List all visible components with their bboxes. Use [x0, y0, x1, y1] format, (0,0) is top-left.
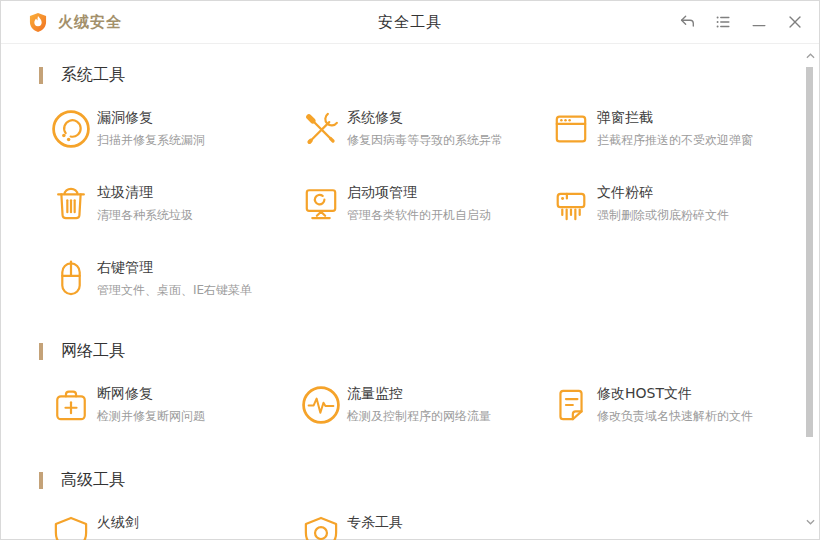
tool-startup-manager[interactable]: 启动项管理 管理各类软件的开机自启动 [299, 182, 549, 226]
tool-file-shredder[interactable]: 文件粉碎 强制删除或彻底粉碎文件 [549, 182, 799, 226]
tool-subtitle: 管理各类软件的开机自启动 [347, 207, 491, 223]
back-button[interactable] [677, 12, 697, 32]
section-title-bar [39, 472, 43, 489]
close-button[interactable] [785, 12, 805, 32]
tool-title: 修改HOST文件 [597, 384, 753, 402]
startup-manager-icon [299, 182, 343, 226]
network-repair-icon [49, 383, 93, 427]
tool-network-repair[interactable]: 断网修复 检测并修复断网问题 [49, 383, 299, 427]
section-title-bar [39, 67, 43, 84]
tool-popup-block[interactable]: 弹窗拦截 拦截程序推送的不受欢迎弹窗 [549, 107, 799, 151]
tool-subtitle: 修改负责域名快速解析的文件 [597, 408, 753, 424]
section-title-text: 网络工具 [61, 341, 125, 362]
scroll-up-button[interactable] [802, 48, 818, 64]
app-name: 火绒安全 [58, 13, 122, 32]
window-controls [661, 1, 805, 43]
tool-subtitle: 修复因病毒等导致的系统异常 [347, 132, 503, 148]
tool-vulnerability-fix[interactable]: 漏洞修复 扫描并修复系统漏洞 [49, 107, 299, 151]
tool-killer-tools[interactable]: 专杀工具 [299, 512, 549, 540]
tool-title: 漏洞修复 [97, 108, 205, 126]
section-title-text: 高级工具 [61, 470, 125, 491]
menu-list-icon [714, 13, 732, 31]
chevron-up-icon [806, 53, 815, 59]
close-icon [786, 13, 804, 31]
tool-title: 启动项管理 [347, 183, 491, 201]
tool-system-repair[interactable]: 系统修复 修复因病毒等导致的系统异常 [299, 107, 549, 151]
vulnerability-fix-icon [49, 107, 93, 151]
scrollbar-thumb[interactable] [806, 67, 813, 437]
tool-title: 弹窗拦截 [597, 108, 753, 126]
page-title: 安全工具 [378, 13, 442, 32]
tool-title: 火绒剑 [97, 513, 139, 531]
popup-block-icon [549, 107, 593, 151]
tool-subtitle: 清理各种系统垃圾 [97, 207, 193, 223]
scrollbar [802, 44, 818, 538]
tool-context-menu-manager[interactable]: 右键管理 管理文件、桌面、IE右键菜单 [49, 257, 299, 301]
tools-content: 系统工具 漏洞修复 扫描并修复系统漏洞 [1, 44, 819, 540]
section-title-advanced-tools: 高级工具 [39, 469, 819, 491]
tool-title: 系统修复 [347, 108, 503, 126]
context-menu-icon [49, 257, 93, 301]
tool-title: 文件粉碎 [597, 183, 729, 201]
host-file-icon [549, 383, 593, 427]
tool-subtitle: 管理文件、桌面、IE右键菜单 [97, 282, 252, 298]
tool-title: 右键管理 [97, 258, 252, 276]
killer-tool-icon [299, 512, 343, 540]
tool-subtitle: 检测并修复断网问题 [97, 408, 205, 424]
section-title-network-tools: 网络工具 [39, 340, 819, 362]
tool-subtitle: 强制删除或彻底粉碎文件 [597, 207, 729, 223]
huorong-sword-icon [49, 512, 93, 540]
junk-clean-icon [49, 182, 93, 226]
minimize-button[interactable] [749, 12, 769, 32]
tool-huorong-sword[interactable]: 火绒剑 [49, 512, 299, 540]
menu-button[interactable] [713, 12, 733, 32]
scroll-down-button[interactable] [802, 514, 818, 530]
system-repair-icon [299, 107, 343, 151]
app-window: 火绒安全 安全工具 [0, 0, 820, 540]
tool-title: 专杀工具 [347, 513, 403, 531]
tool-host-file[interactable]: 修改HOST文件 修改负责域名快速解析的文件 [549, 383, 799, 427]
system-tools-grid: 漏洞修复 扫描并修复系统漏洞 系统修复 [49, 107, 819, 301]
file-shredder-icon [549, 182, 593, 226]
section-title-bar [39, 343, 43, 360]
tool-subtitle: 拦截程序推送的不受欢迎弹窗 [597, 132, 753, 148]
tool-title: 垃圾清理 [97, 183, 193, 201]
tool-traffic-monitor[interactable]: 流量监控 检测及控制程序的网络流量 [299, 383, 549, 427]
tool-title: 流量监控 [347, 384, 491, 402]
section-title-text: 系统工具 [61, 65, 125, 86]
huorong-shield-flame-logo-icon [27, 10, 49, 34]
tool-subtitle: 扫描并修复系统漏洞 [97, 132, 205, 148]
chevron-down-icon [806, 519, 815, 525]
back-icon [678, 13, 696, 31]
traffic-monitor-icon [299, 383, 343, 427]
tool-title: 断网修复 [97, 384, 205, 402]
minimize-icon [750, 13, 768, 31]
network-tools-grid: 断网修复 检测并修复断网问题 流量监控 检测及控制程序的网络流量 [49, 383, 819, 427]
title-bar: 火绒安全 安全工具 [1, 1, 819, 44]
advanced-tools-grid: 火绒剑 专杀工具 [49, 512, 819, 540]
tool-subtitle: 检测及控制程序的网络流量 [347, 408, 491, 424]
tool-junk-clean[interactable]: 垃圾清理 清理各种系统垃圾 [49, 182, 299, 226]
brand: 火绒安全 [27, 10, 122, 34]
section-title-system-tools: 系统工具 [39, 64, 819, 86]
